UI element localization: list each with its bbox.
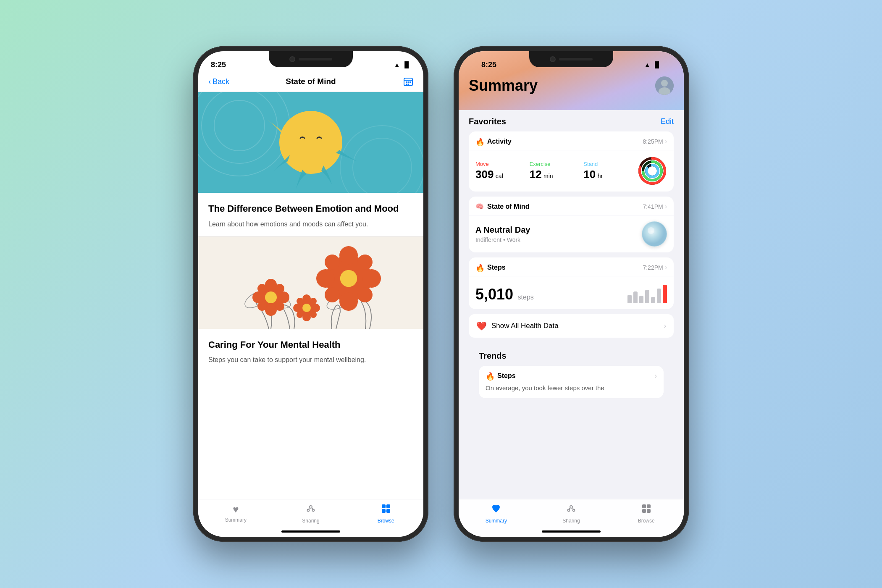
steps-label-text: Steps <box>487 264 506 271</box>
svg-point-20 <box>339 246 358 265</box>
svg-point-67 <box>570 506 572 508</box>
tab-summary-label-1: Summary <box>225 517 247 523</box>
nav-bar-1: ‹ Back State of Mind <box>198 73 423 92</box>
battery-icon-1: ▐▌ <box>402 61 411 68</box>
svg-point-65 <box>642 222 667 246</box>
svg-point-41 <box>302 313 311 321</box>
svg-rect-73 <box>647 509 651 513</box>
steps-chevron-icon: › <box>665 264 667 271</box>
svg-point-30 <box>265 279 277 291</box>
notch-camera-1 <box>289 56 295 62</box>
steps-value: 5,010 <box>475 286 513 303</box>
exercise-label: Exercise <box>530 161 584 167</box>
stand-stat: Stand 10 hr <box>583 161 638 181</box>
show-all-health-data-button[interactable]: ❤️ Show All Health Data › <box>469 314 674 338</box>
activity-chevron-icon: › <box>665 138 667 145</box>
svg-point-42 <box>293 304 302 312</box>
article-1-text: The Difference Between Emotion and Mood … <box>198 193 423 236</box>
trends-steps-label: 🔥 Steps <box>486 372 516 380</box>
phone-1-screen: 8:25 ▲ ▐▌ ‹ Back State of Mind <box>198 51 423 537</box>
summary-content: Favorites Edit 🔥 Activity 8:25PM <box>459 110 684 536</box>
svg-point-13 <box>279 111 342 174</box>
show-all-label: Show All Health Data <box>491 322 659 330</box>
move-stat: Move 309 cal <box>475 161 530 181</box>
trends-card-body: On average, you took fewer steps over th… <box>479 383 664 398</box>
activity-label: 🔥 Activity <box>475 137 512 146</box>
steps-chart <box>627 282 667 303</box>
flame-icon-trends: 🔥 <box>486 372 494 380</box>
browse-tab-icon-1 <box>381 504 391 516</box>
phone1-content: The Difference Between Emotion and Mood … <box>198 92 423 509</box>
svg-point-69 <box>573 509 575 512</box>
avatar[interactable] <box>655 76 674 95</box>
show-all-chevron-icon: › <box>664 322 666 330</box>
sharing-tab-icon-1 <box>306 504 316 516</box>
svg-point-43 <box>312 304 320 312</box>
heart-tab-icon-1: ♥ <box>233 504 239 515</box>
svg-rect-54 <box>382 509 386 513</box>
svg-point-68 <box>568 509 570 512</box>
activity-card[interactable]: 🔥 Activity 8:25PM › Move <box>469 131 674 192</box>
mind-chevron-icon: › <box>665 203 667 210</box>
svg-rect-5 <box>406 84 407 85</box>
svg-point-57 <box>661 80 668 87</box>
flame-icon-activity: 🔥 <box>475 137 484 146</box>
mind-icon: 🧠 <box>475 202 484 211</box>
back-button[interactable]: ‹ Back <box>208 77 242 86</box>
notch-speaker-2 <box>559 58 593 60</box>
bar-7-active <box>663 285 667 303</box>
exercise-value: 12 <box>530 168 542 181</box>
article-hero-1 <box>198 92 423 193</box>
svg-point-38 <box>265 291 277 303</box>
bar-6 <box>657 289 661 303</box>
trends-section: Trends 🔥 Steps › On average, you took fe… <box>469 348 674 398</box>
steps-value-group: 5,010 steps <box>475 286 534 303</box>
svg-point-21 <box>339 292 358 311</box>
phone-1: 8:25 ▲ ▐▌ ‹ Back State of Mind <box>193 46 428 542</box>
svg-point-47 <box>310 311 317 318</box>
calendar-icon[interactable] <box>380 76 413 87</box>
tab-sharing-2[interactable]: Sharing <box>534 504 609 524</box>
svg-point-50 <box>307 509 310 512</box>
bar-2 <box>633 291 638 303</box>
tab-summary-2[interactable]: Summary <box>459 504 534 524</box>
activity-stats: Move 309 cal Exercise 12 min <box>469 150 674 192</box>
favorites-header: Favorites Edit <box>469 110 674 131</box>
mind-sub: Indifferent • Work <box>475 236 642 243</box>
phones-container: 8:25 ▲ ▐▌ ‹ Back State of Mind <box>193 46 689 542</box>
tab-summary-1[interactable]: ♥ Summary <box>198 504 273 523</box>
nav-title-1: State of Mind <box>242 77 380 86</box>
stand-unit: hr <box>598 173 603 179</box>
tab-sharing-1[interactable]: Sharing <box>273 504 349 524</box>
steps-card-header: 🔥 Steps 7:22PM › <box>469 257 674 276</box>
edit-button[interactable]: Edit <box>661 117 674 126</box>
svg-rect-52 <box>382 504 386 508</box>
trends-card[interactable]: 🔥 Steps › On average, you took fewer ste… <box>479 366 664 398</box>
svg-rect-72 <box>642 509 646 513</box>
move-label: Move <box>475 161 530 167</box>
tab-summary-label-2: Summary <box>486 518 507 524</box>
svg-point-27 <box>357 287 373 302</box>
svg-point-48 <box>302 304 311 312</box>
mind-card[interactable]: 🧠 State of Mind 7:41PM › A Neutral Day <box>469 197 674 252</box>
trends-steps-label-text: Steps <box>497 372 516 380</box>
mind-card-body: A Neutral Day Indifferent • Work <box>469 215 674 252</box>
bar-5 <box>651 297 655 303</box>
home-indicator-2 <box>542 530 601 533</box>
mind-visual <box>642 221 667 247</box>
tab-browse-2[interactable]: Browse <box>609 504 684 524</box>
article-1-title: The Difference Between Emotion and Mood <box>208 203 413 215</box>
steps-card-body: 5,010 steps <box>469 276 674 309</box>
svg-point-22 <box>316 269 335 288</box>
tab-browse-1[interactable]: Browse <box>348 504 423 524</box>
stand-value-row: 10 hr <box>583 168 638 181</box>
wifi-icon-2: ▲ <box>644 61 650 68</box>
steps-card[interactable]: 🔥 Steps 7:22PM › 5,010 steps <box>469 257 674 309</box>
move-unit: cal <box>496 173 503 179</box>
summary-title-row: Summary <box>469 73 674 102</box>
steps-label: 🔥 Steps <box>475 263 506 272</box>
move-value: 309 <box>475 168 494 181</box>
svg-point-40 <box>302 294 311 303</box>
phone-2: 8:25 ▲ ▐▌ Summary <box>454 46 689 542</box>
mind-time-text: 7:41PM <box>643 203 663 210</box>
